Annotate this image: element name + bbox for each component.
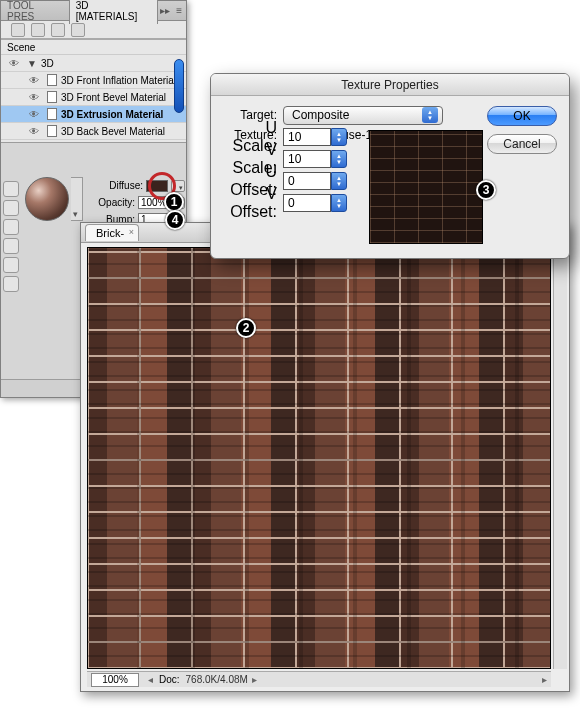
- material-icon: [47, 108, 57, 120]
- tree-label: 3D Back Bevel Material: [61, 126, 165, 137]
- ok-button[interactable]: OK: [487, 106, 557, 126]
- tree-label: 3D Back Inflation Material: [61, 143, 175, 144]
- tab-tool-presets[interactable]: TOOL PRES: [1, 0, 69, 24]
- tree-label: 3D Front Inflation Material: [61, 75, 176, 86]
- filter-scene-icon[interactable]: [11, 23, 25, 37]
- voffset-label: V Offset:: [221, 185, 277, 221]
- vscale-stepper[interactable]: ▲▼: [331, 150, 347, 168]
- vscale-field[interactable]: [283, 150, 331, 168]
- doc-info: 768.0K/4.08M: [186, 674, 248, 685]
- document-canvas[interactable]: [87, 247, 551, 669]
- tool-slide-icon[interactable]: [3, 257, 19, 273]
- panel-tabbar: TOOL PRES 3D [MATERIALS] ▸▸ ≡: [1, 1, 186, 21]
- material-tool-column: [3, 181, 21, 292]
- visibility-eye-icon[interactable]: 👁: [25, 109, 43, 120]
- tree-row-root[interactable]: 👁 ▼ 3D: [1, 55, 186, 72]
- zoom-field[interactable]: [91, 673, 139, 687]
- doc-info-prefix: Doc:: [159, 674, 180, 685]
- uscale-field[interactable]: [283, 128, 331, 146]
- callout-3: 3: [476, 180, 496, 200]
- tool-pan-icon[interactable]: [3, 238, 19, 254]
- texture-preview: [369, 130, 483, 244]
- prop-label-diffuse: Diffuse:: [109, 180, 143, 191]
- tool-roll-icon[interactable]: [3, 219, 19, 235]
- filter-mesh-icon[interactable]: [31, 23, 45, 37]
- tool-rotate-icon[interactable]: [3, 200, 19, 216]
- visibility-eye-icon[interactable]: 👁: [25, 126, 43, 137]
- tree-scrollbar[interactable]: [174, 59, 184, 113]
- tree-row[interactable]: 👁 3D Front Inflation Material: [1, 72, 186, 89]
- material-icon: [47, 125, 57, 137]
- scene-root-label: Scene: [1, 42, 35, 53]
- close-tab-icon[interactable]: ×: [129, 227, 134, 237]
- tree-label: 3D Extrusion Material: [61, 109, 163, 120]
- panel-menu-icon[interactable]: ≡: [172, 5, 186, 16]
- scene-tree: Scene 👁 ▼ 3D 👁 3D Front Inflation Materi…: [1, 39, 186, 143]
- callout-2: 2: [236, 318, 256, 338]
- material-icon: [47, 91, 57, 103]
- disclosure-triangle-icon[interactable]: ▼: [27, 58, 37, 69]
- document-tab-title: Brick-: [96, 227, 124, 239]
- callout-1: 1: [164, 192, 184, 212]
- tree-row[interactable]: 👁 3D Back Inflation Material: [1, 140, 186, 143]
- select-stepper-icon: ▲▼: [422, 107, 438, 123]
- scroll-right-icon[interactable]: ▸: [537, 674, 551, 685]
- doc-info-menu-icon[interactable]: ▸: [248, 674, 262, 685]
- texture-properties-dialog: Texture Properties Target: Composite ▲▼ …: [210, 73, 570, 259]
- visibility-eye-icon[interactable]: 👁: [25, 75, 43, 86]
- tree-label: 3D Front Bevel Material: [61, 92, 166, 103]
- uoffset-stepper[interactable]: ▲▼: [331, 172, 347, 190]
- tool-scale-icon[interactable]: [3, 276, 19, 292]
- tab-3d-materials[interactable]: 3D [MATERIALS]: [69, 0, 159, 24]
- voffset-field[interactable]: [283, 194, 331, 212]
- voffset-stepper[interactable]: ▲▼: [331, 194, 347, 212]
- filter-light-icon[interactable]: [71, 23, 85, 37]
- material-icon: [47, 142, 57, 143]
- tree-label: 3D: [41, 58, 54, 69]
- visibility-eye-icon[interactable]: 👁: [25, 92, 43, 103]
- dialog-title: Texture Properties: [341, 78, 438, 92]
- tree-row[interactable]: 👁 3D Front Bevel Material: [1, 89, 186, 106]
- target-select[interactable]: Composite ▲▼: [283, 106, 443, 125]
- material-picker-arrow-icon[interactable]: [71, 177, 83, 221]
- uoffset-field[interactable]: [283, 172, 331, 190]
- dialog-titlebar[interactable]: Texture Properties: [211, 74, 569, 96]
- vertical-scrollbar[interactable]: [553, 247, 567, 669]
- uscale-stepper[interactable]: ▲▼: [331, 128, 347, 146]
- filter-material-icon[interactable]: [51, 23, 65, 37]
- scroll-left-icon[interactable]: ◂: [143, 674, 157, 685]
- status-bar: ◂ Doc: 768.0K/4.08M ▸ ▸: [87, 671, 551, 687]
- material-preview-sphere[interactable]: [25, 177, 69, 221]
- cancel-button[interactable]: Cancel: [487, 134, 557, 154]
- document-tab[interactable]: Brick- ×: [85, 224, 139, 241]
- collapse-icon[interactable]: ▸▸: [158, 5, 172, 16]
- tool-home-icon[interactable]: [3, 181, 19, 197]
- target-value: Composite: [292, 108, 349, 122]
- prop-label-opacity: Opacity:: [98, 197, 135, 208]
- tree-row[interactable]: 👁 3D Back Bevel Material: [1, 123, 186, 140]
- visibility-eye-icon[interactable]: 👁: [25, 143, 43, 144]
- visibility-eye-icon[interactable]: 👁: [5, 58, 23, 69]
- document-window: Brick- × ◂ Doc: 768.0K/4.08M ▸ ▸: [80, 222, 570, 692]
- callout-4: 4: [165, 210, 185, 230]
- tree-row-selected[interactable]: 👁 3D Extrusion Material: [1, 106, 186, 123]
- material-icon: [47, 74, 57, 86]
